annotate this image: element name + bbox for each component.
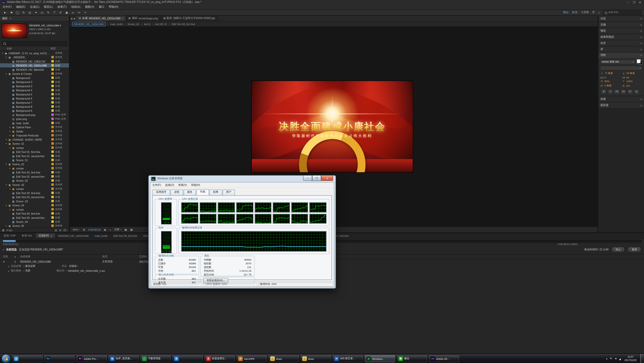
- label-color-chip[interactable]: [51, 68, 54, 71]
- delete-icon[interactable]: ⌦: [63, 229, 67, 231]
- project-bit-depth[interactable]: 8 bpc: [6, 229, 13, 231]
- volume-icon[interactable]: ◄: [614, 357, 617, 360]
- label-color-chip[interactable]: [51, 179, 54, 182]
- interpret-footage-icon[interactable]: ▦: [2, 229, 4, 231]
- taskbar-button[interactable]: 欢迎使用百...: [204, 354, 235, 362]
- taskbar-button[interactable]: San10PK: [236, 354, 268, 362]
- small-caps-icon[interactable]: [621, 89, 626, 94]
- project-item-row[interactable]: grain.png PNG 文件: [0, 117, 69, 121]
- expander-icon[interactable]: ▸: [8, 265, 9, 267]
- taskbar-clock[interactable]: 11:07 2017/11/22: [623, 355, 638, 362]
- project-item-row[interactable]: Background.png PNG 文件: [0, 113, 69, 117]
- timeline-tab[interactable]: 标准 PAL: [19, 233, 36, 238]
- horizontal-scale-field[interactable]: T100%: [622, 80, 642, 83]
- label-color-chip[interactable]: [51, 142, 54, 145]
- label-color-chip[interactable]: [51, 196, 54, 198]
- viewer-tab[interactable]: 素材 envato\logo.png ≡: [126, 16, 161, 21]
- breadcrumb-item[interactable]: text 8: [141, 22, 150, 25]
- project-item-row[interactable]: Edit Text 02_second line 合成: [0, 174, 69, 178]
- puppet-pin-tool[interactable]: ⌖: [82, 10, 88, 15]
- breadcrumb-item[interactable]: Scene_06: [125, 22, 139, 25]
- project-item-row[interactable]: ▸ comps 文件夹: [0, 207, 69, 211]
- current-timecode[interactable]: 0:00:00:14: [88, 228, 100, 231]
- kerning-field[interactable]: V∕A0: [600, 77, 620, 79]
- breadcrumb-item[interactable]: text 3D 15: [152, 22, 167, 25]
- label-color-chip[interactable]: [51, 138, 54, 141]
- dock-panel-tab[interactable]: 库 ≡: [598, 46, 644, 53]
- dock-panel-tab[interactable]: 预览 ≡: [598, 28, 644, 34]
- label-color-chip[interactable]: [51, 192, 54, 194]
- expander-icon[interactable]: ▾: [5, 73, 8, 75]
- menu-item[interactable]: 文件(F): [2, 5, 12, 9]
- panel-prev-icon[interactable]: ◀: [70, 16, 73, 21]
- project-item-row[interactable]: Background 6 合成: [0, 96, 69, 100]
- close-button[interactable]: ✕: [321, 176, 333, 181]
- rotation-tool[interactable]: ↻: [21, 10, 26, 15]
- project-item-row[interactable]: Edit Text 04_first line 合成: [0, 211, 69, 215]
- project-item-row[interactable]: ▾ Scene_03 文件夹: [0, 183, 69, 187]
- log-value[interactable]: 仅错误▾: [69, 264, 78, 268]
- project-item-row[interactable]: Background 7 合成: [0, 100, 69, 104]
- panel-menu-icon[interactable]: ≡: [640, 54, 642, 57]
- panel-next-icon[interactable]: ▶: [73, 16, 76, 21]
- selection-tool[interactable]: ►: [2, 10, 8, 15]
- tab-character[interactable]: 字符: [600, 54, 606, 57]
- minimize-button[interactable]: –: [303, 176, 312, 181]
- shape-tool[interactable]: ▭: [40, 10, 45, 15]
- label-color-chip[interactable]: [51, 77, 54, 79]
- label-color-chip[interactable]: [51, 101, 54, 104]
- workspace-item[interactable]: 小屏幕: [581, 11, 589, 15]
- project-item-row[interactable]: Scene_01 合成: [0, 158, 69, 162]
- expander-icon[interactable]: ▾: [1, 52, 4, 54]
- active-comp-name[interactable]: RENDER_HD_1920x1080 ▾: [29, 23, 61, 27]
- label-color-chip[interactable]: [51, 155, 54, 157]
- project-search-input[interactable]: [2, 41, 67, 46]
- snapshot-icon[interactable]: ◉: [104, 228, 106, 231]
- project-item-row[interactable]: ▾ Scene_04 文件夹: [0, 203, 69, 207]
- zoom-tool[interactable]: ◯: [15, 10, 20, 15]
- label-color-chip[interactable]: [51, 208, 54, 211]
- taskbar-button[interactable]: Adobe Pre...: [76, 354, 107, 362]
- panel-menu-icon[interactable]: ≡: [640, 30, 642, 32]
- new-folder-icon[interactable]: ▧: [55, 229, 57, 231]
- output-to-value[interactable]: ▾RENDER_HD_1920x1080_2.avi: [66, 269, 105, 272]
- project-item-row[interactable]: ▸ Trapcode Particular 文件夹: [0, 133, 69, 137]
- faux-bold-icon[interactable]: [601, 89, 606, 94]
- new-composition-icon[interactable]: ⊞: [59, 229, 61, 231]
- project-item-row[interactable]: Background 3 合成: [0, 84, 69, 88]
- superscript-icon[interactable]: [627, 89, 633, 94]
- project-item-row[interactable]: ▾ Scene_01 文件夹: [0, 142, 69, 146]
- project-item-row[interactable]: Background 8 合成: [0, 104, 69, 108]
- label-color-chip[interactable]: [51, 118, 54, 120]
- project-item-row[interactable]: Background 5 合成: [0, 92, 69, 96]
- pen-tool[interactable]: ✎: [46, 10, 51, 15]
- project-item-row[interactable]: Background 9 合成: [0, 109, 69, 113]
- help-search-input[interactable]: 搜索帮助: [603, 10, 642, 15]
- taskbar-button[interactable]: 知乎_首页推...: [108, 354, 139, 362]
- collapse-icon[interactable]: ▾: [3, 248, 4, 251]
- timeline-tab[interactable]: Edit Text 06_first line: [110, 233, 140, 238]
- label-color-chip[interactable]: [51, 126, 54, 128]
- project-item-row[interactable]: RENDER_HD_1280x720 合成: [0, 59, 69, 63]
- workspace-overflow-icon[interactable]: »: [598, 11, 600, 14]
- font-size-field[interactable]: T72 像素: [600, 72, 620, 75]
- tracking-field[interactable]: VA66: [622, 77, 642, 79]
- maximize-button[interactable]: ❐: [312, 176, 321, 181]
- menu-item[interactable]: 视图(V): [85, 5, 94, 9]
- expander-icon[interactable]: ▾: [5, 183, 8, 186]
- project-item-row[interactable]: Edit Text 04_second line 合成: [0, 215, 69, 219]
- show-desktop-button[interactable]: [640, 354, 644, 363]
- menu-item[interactable]: 效果(T): [58, 5, 67, 9]
- minimize-button[interactable]: –: [628, 1, 629, 4]
- roto-brush-tool[interactable]: ✂: [76, 10, 82, 15]
- region-of-interest-icon[interactable]: ▣: [124, 228, 127, 231]
- expander-icon[interactable]: ▾: [5, 142, 8, 145]
- task-manager-tab[interactable]: 性能: [196, 189, 209, 195]
- label-color-chip[interactable]: [51, 109, 54, 112]
- task-manager-tab[interactable]: 进程: [170, 190, 183, 196]
- resource-monitor-button[interactable]: 资源监视器(R)...: [203, 278, 228, 283]
- label-color-chip[interactable]: [51, 220, 54, 223]
- taskbar-button[interactable]: [44, 354, 75, 362]
- menu-item[interactable]: 选项(O): [165, 183, 174, 187]
- timeline-tab[interactable]: RENDER_HD_1920x1080: [56, 233, 92, 238]
